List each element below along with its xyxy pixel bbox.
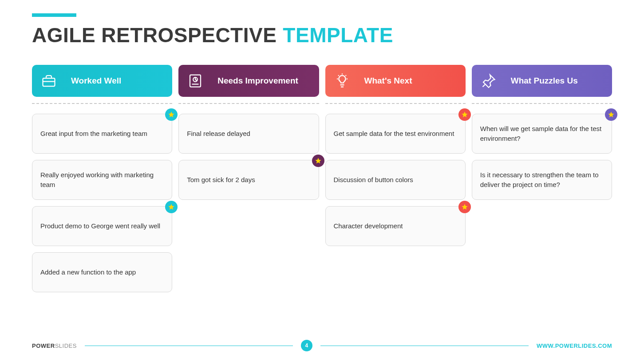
column-whats-next: What's Next Get sample data for the test… xyxy=(325,65,466,292)
star-icon xyxy=(458,108,471,121)
accent-bar xyxy=(32,13,76,17)
retro-card: Character development xyxy=(325,206,466,246)
svg-marker-5 xyxy=(315,158,321,163)
column-header-what-puzzles-us: What Puzzles Us xyxy=(472,65,612,97)
svg-rect-3 xyxy=(190,75,201,87)
card-text: Product demo to George went really well xyxy=(40,221,160,231)
svg-marker-8 xyxy=(608,111,614,117)
divider xyxy=(325,103,466,104)
card-text: Character development xyxy=(334,221,403,231)
brand-light: SLIDES xyxy=(55,342,77,349)
footer-url: WWW.POWERLIDES.COM xyxy=(537,342,612,349)
page-number: 4 xyxy=(305,342,308,349)
star-icon xyxy=(165,108,178,121)
column-needs-improvement: Needs Improvement Final release delayed … xyxy=(178,65,319,292)
star-icon xyxy=(458,201,471,213)
column-label: Needs Improvement xyxy=(217,76,298,86)
column-label: Worked Well xyxy=(71,76,121,86)
retro-card: Product demo to George went really well xyxy=(32,206,172,246)
lightbulb-icon xyxy=(333,72,351,90)
column-header-needs-improvement: Needs Improvement xyxy=(178,65,319,97)
briefcase-icon xyxy=(40,72,58,90)
page-number-badge: 4 xyxy=(301,340,312,351)
brand-bold: POWER xyxy=(32,342,55,349)
star-icon xyxy=(165,201,178,213)
card-text: Great input from the marketing team xyxy=(40,129,147,139)
pin-icon xyxy=(480,72,498,90)
footer: POWERSLIDES 4 WWW.POWERLIDES.COM xyxy=(32,340,612,351)
card-text: Final release delayed xyxy=(187,129,250,139)
column-what-puzzles-us: What Puzzles Us When will we get sample … xyxy=(472,65,612,292)
retro-card: Is it necessary to strengthen the team t… xyxy=(472,160,612,200)
divider xyxy=(32,103,172,104)
svg-marker-2 xyxy=(169,204,174,210)
svg-rect-0 xyxy=(43,78,55,86)
page-title: AGILE RETROSPECTIVE TEMPLATE xyxy=(32,23,612,47)
card-text: Added a new function to the app xyxy=(40,267,136,278)
cards-what-puzzles-us: When will we get sample data for the tes… xyxy=(472,114,612,200)
retro-card: Discussion of button colors xyxy=(325,160,466,200)
title-main: AGILE RETROSPECTIVE xyxy=(32,23,277,47)
star-icon xyxy=(312,155,324,167)
title-template: TEMPLATE xyxy=(283,23,393,47)
card-text: Get sample data for the test environment xyxy=(334,129,454,139)
cards-worked-well: Great input from the marketing team Real… xyxy=(32,114,172,292)
column-header-worked-well: Worked Well xyxy=(32,65,172,97)
svg-marker-7 xyxy=(462,204,467,210)
cards-whats-next: Get sample data for the test environment… xyxy=(325,114,466,246)
svg-marker-6 xyxy=(462,111,467,117)
retro-columns: Worked Well Great input from the marketi… xyxy=(32,65,612,292)
cards-needs-improvement: Final release delayed Tom got sick for 2… xyxy=(178,114,319,200)
chart-icon xyxy=(186,72,204,90)
column-label: What Puzzles Us xyxy=(511,76,578,86)
retro-card: Great input from the marketing team xyxy=(32,114,172,154)
retro-card: Get sample data for the test environment xyxy=(325,114,466,154)
card-text: Is it necessary to strengthen the team t… xyxy=(480,170,604,190)
retro-card: Final release delayed xyxy=(178,114,319,154)
card-text: Tom got sick for 2 days xyxy=(187,175,255,185)
svg-marker-1 xyxy=(169,111,174,117)
column-label: What's Next xyxy=(364,76,412,86)
card-text: When will we get sample data for the tes… xyxy=(480,124,604,144)
card-text: Really enjoyed working with marketing te… xyxy=(40,170,164,190)
retro-card: When will we get sample data for the tes… xyxy=(472,114,612,154)
card-text: Discussion of button colors xyxy=(334,175,413,185)
star-icon xyxy=(605,108,617,121)
column-header-whats-next: What's Next xyxy=(325,65,466,97)
divider xyxy=(472,103,612,104)
footer-line-left xyxy=(85,346,293,346)
column-worked-well: Worked Well Great input from the marketi… xyxy=(32,65,172,292)
footer-line-right xyxy=(320,346,529,346)
retro-card: Really enjoyed working with marketing te… xyxy=(32,160,172,200)
divider xyxy=(178,103,319,104)
retro-card: Tom got sick for 2 days xyxy=(178,160,319,200)
retro-card: Added a new function to the app xyxy=(32,252,172,292)
footer-brand: POWERSLIDES xyxy=(32,342,77,349)
